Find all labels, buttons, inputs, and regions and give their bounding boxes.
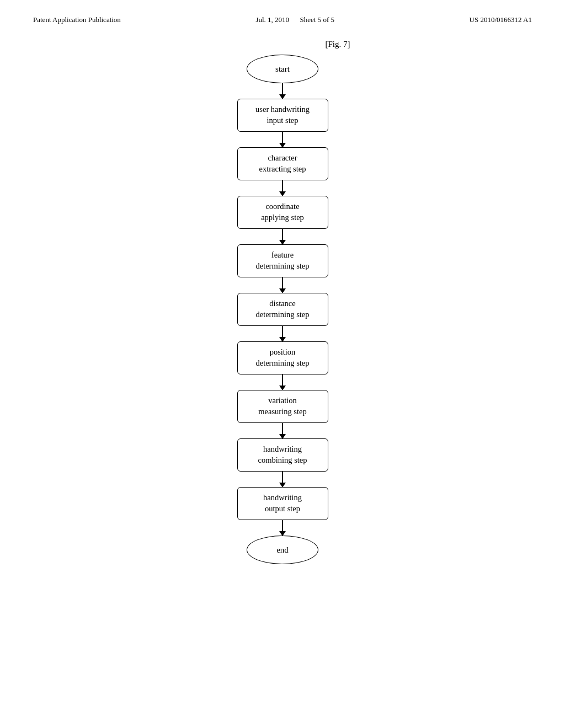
step7-label: variationmeasuring step [258,395,306,417]
step5-label: distancedetermining step [255,298,309,320]
header-sheet: Sheet 5 of 5 [300,15,334,24]
arrow-step9-to-end [282,520,283,536]
header-publication-label: Patent Application Publication [33,15,121,24]
header-date: Jul. 1, 2010 [255,15,289,24]
arrow-2-3 [282,180,283,196]
step9-label: handwritingoutput step [263,493,302,514]
arrow-start-to-step1 [282,83,283,99]
start-label: start [275,65,290,74]
step6-label: positiondetermining step [255,347,309,368]
step-user-handwriting-input: user handwritinginput step [237,99,328,132]
arrow-8-9 [282,472,283,487]
arrow-6-7 [282,374,283,390]
flowchart-diagram: start user handwritinginput step charact… [0,55,565,586]
end-oval: end [247,536,318,564]
end-label: end [276,545,289,555]
step-character-extracting: characterextracting step [237,147,328,180]
step-handwriting-output: handwritingoutput step [237,487,328,520]
step-position-determining: positiondetermining step [237,341,328,374]
step3-label: coordinateapplying step [261,201,304,223]
step-feature-determining: featuredetermining step [237,244,328,277]
arrow-1-2 [282,132,283,147]
step4-label: featuredetermining step [255,250,309,271]
page-header: Patent Application Publication Jul. 1, 2… [0,0,565,30]
header-date-sheet: Jul. 1, 2010 Sheet 5 of 5 [255,15,334,24]
step-variation-measuring: variationmeasuring step [237,390,328,423]
step1-label: user handwritinginput step [255,104,310,126]
arrow-4-5 [282,277,283,293]
arrow-3-4 [282,229,283,244]
start-oval: start [247,55,318,83]
arrow-5-6 [282,326,283,341]
header-patent-number: US 2010/0166312 A1 [470,15,532,24]
step-coordinate-applying: coordinateapplying step [237,196,328,229]
step-distance-determining: distancedetermining step [237,293,328,326]
step-handwriting-combining: handwritingcombining step [237,438,328,472]
figure-label: [Fig. 7] [110,40,565,49]
step2-label: characterextracting step [259,153,306,174]
step8-label: handwritingcombining step [258,444,307,465]
arrow-7-8 [282,423,283,438]
